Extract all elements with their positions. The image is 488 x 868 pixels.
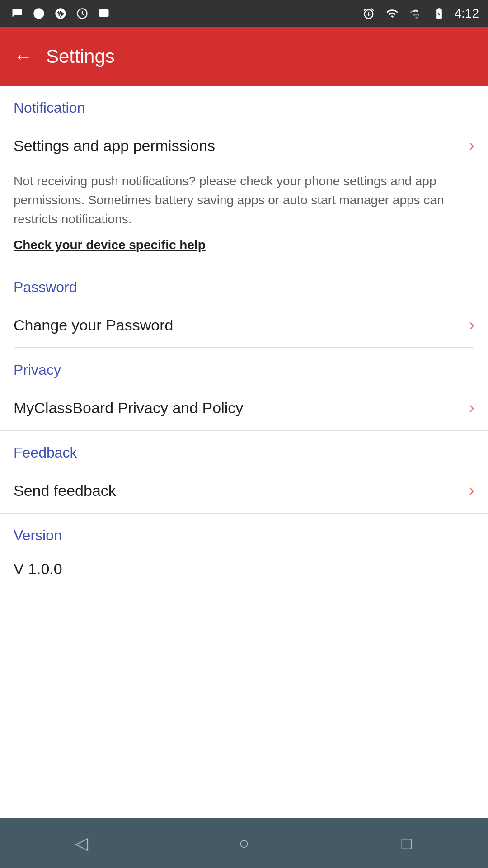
- status-bar: 4:12: [0, 0, 488, 27]
- version-value: V 1.0.0: [14, 551, 474, 591]
- svg-point-0: [33, 8, 44, 19]
- privacy-policy-label: MyClassBoard Privacy and Policy: [14, 399, 243, 417]
- app-icon-4: [74, 5, 90, 22]
- send-feedback-label: Send feedback: [14, 482, 116, 500]
- status-time: 4:12: [455, 6, 479, 21]
- change-password-label: Change your Password: [14, 316, 173, 334]
- feedback-section-header: Feedback: [14, 431, 474, 468]
- privacy-policy-item[interactable]: MyClassBoard Privacy and Policy ›: [14, 386, 474, 430]
- nav-back-button[interactable]: [63, 825, 99, 861]
- alarm-icon: [361, 5, 377, 22]
- version-section: Version V 1.0.0: [0, 514, 488, 591]
- change-password-chevron: ›: [469, 316, 474, 335]
- svg-rect-1: [99, 9, 109, 17]
- nav-home-icon: [239, 834, 249, 853]
- privacy-section-header: Privacy: [14, 348, 474, 386]
- wifi-icon: [384, 5, 400, 22]
- send-feedback-item[interactable]: Send feedback ›: [14, 468, 474, 513]
- settings-permissions-label: Settings and app permissions: [14, 137, 215, 155]
- app-icon-5: [96, 5, 112, 22]
- signal-icon: [408, 5, 424, 22]
- nav-recent-button[interactable]: [389, 825, 425, 861]
- nav-home-button[interactable]: [226, 825, 262, 861]
- notification-section-header: Notification: [14, 86, 474, 123]
- settings-permissions-item[interactable]: Settings and app permissions ›: [14, 123, 474, 168]
- settings-permissions-chevron: ›: [469, 136, 474, 155]
- bottom-navigation: [0, 818, 488, 868]
- send-feedback-chevron: ›: [469, 481, 474, 500]
- privacy-policy-chevron: ›: [469, 398, 474, 417]
- app-bar: ← Settings: [0, 27, 488, 86]
- back-button[interactable]: ←: [14, 47, 33, 66]
- notification-description: Not receiving push notifications? please…: [14, 168, 474, 238]
- device-help-link[interactable]: Check your device specific help: [14, 238, 206, 252]
- app-icon-3: [52, 5, 69, 22]
- status-bar-right-icons: 4:12: [361, 5, 479, 22]
- nav-recent-icon: [402, 834, 412, 853]
- feedback-section: Feedback Send feedback ›: [0, 431, 488, 513]
- privacy-section: Privacy MyClassBoard Privacy and Policy …: [0, 348, 488, 430]
- page-title: Settings: [46, 46, 115, 67]
- version-section-header: Version: [14, 514, 474, 551]
- change-password-item[interactable]: Change your Password ›: [14, 303, 474, 348]
- nav-back-icon: [75, 833, 88, 853]
- battery-icon: [431, 5, 447, 22]
- app-icon-2: [31, 5, 47, 22]
- password-section-header: Password: [14, 265, 474, 303]
- settings-content: Notification Settings and app permission…: [0, 86, 488, 818]
- status-bar-left-icons: [9, 5, 112, 22]
- password-section: Password Change your Password ›: [0, 265, 488, 348]
- notification-section: Notification Settings and app permission…: [0, 86, 488, 265]
- app-icon-1: [9, 5, 25, 22]
